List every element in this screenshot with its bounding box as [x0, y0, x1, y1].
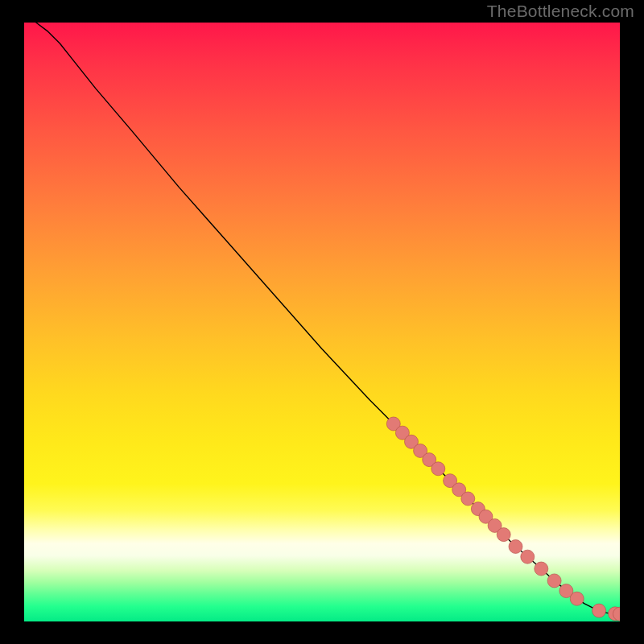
curve-dot	[535, 562, 548, 576]
curve-dot	[497, 528, 510, 542]
bottleneck-curve-path	[36, 23, 620, 614]
curve-dot	[461, 492, 475, 506]
curve-dot	[431, 462, 445, 476]
curve-dot	[521, 550, 535, 564]
curve-dots-group	[386, 417, 620, 621]
curve-dot	[570, 592, 584, 605]
curve-dot	[547, 574, 561, 588]
watermark-text: TheBottleneck.com	[487, 2, 634, 21]
curve-dot	[509, 539, 522, 553]
chart-svg	[24, 23, 620, 621]
chart-frame: TheBottleneck.com	[0, 0, 644, 644]
plot-area	[24, 23, 620, 621]
curve-dot	[592, 604, 606, 617]
